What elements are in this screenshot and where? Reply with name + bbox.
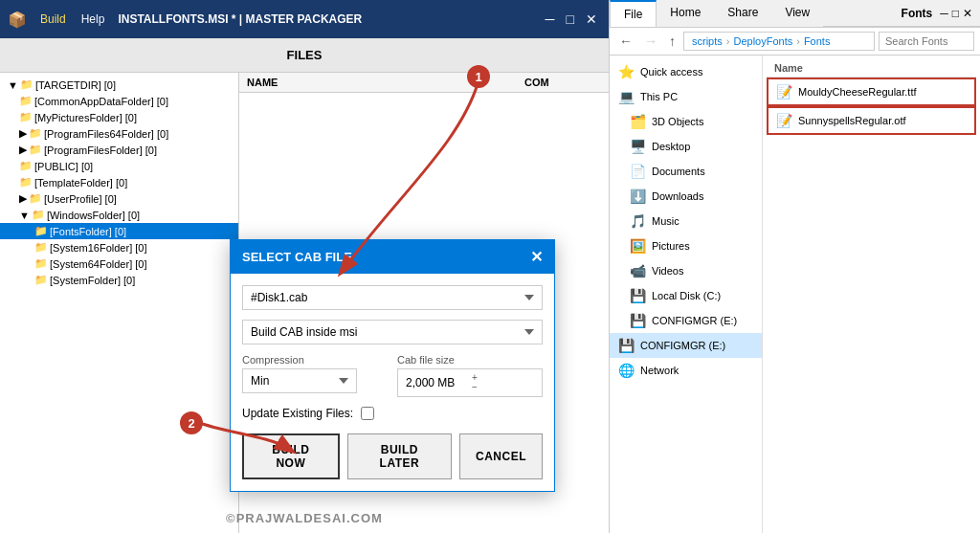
tree-item-public[interactable]: 📁 [PUBLIC] [0] (0, 158, 238, 174)
folder-icon: 📁 (19, 160, 33, 172)
tab-file[interactable]: File (610, 0, 657, 27)
compression-select[interactable]: MinLowMediumHighMax (242, 368, 357, 393)
app-icon: 📦 (8, 11, 27, 29)
expand-icon: ▶ (19, 144, 27, 156)
breadcrumb-scripts: scripts (692, 35, 723, 47)
compression-cabsize-row: Compression MinLowMediumHighMax Cab file… (242, 354, 543, 397)
search-input[interactable] (879, 32, 974, 51)
update-existing-checkbox[interactable] (361, 407, 374, 420)
tree-item-fonts[interactable]: 📁 [FontsFolder] [0] (0, 223, 238, 239)
file-item-sunnyspells[interactable]: 📝 SunnyspellsRegular.otf (767, 106, 976, 135)
cab-size-down[interactable]: − (472, 383, 478, 392)
sidebar-item-network[interactable]: 🌐 Network (610, 358, 762, 383)
folder-icon: 📁 (19, 111, 33, 123)
folder-icon: 📁 (34, 241, 48, 254)
dialog-body: #Disk1.cab#Disk2.cab#Disk3.cab Build CAB… (231, 274, 554, 491)
folder-icon: 📁 (19, 176, 33, 189)
close-btn[interactable]: ✕ (582, 11, 601, 27)
sidebar-label-pictures: Pictures (652, 240, 690, 252)
sidebar-item-local-disk[interactable]: 💾 Local Disk (C:) (610, 283, 762, 308)
build-option-select[interactable]: Build CAB inside msiBuild CAB outside ms… (242, 320, 543, 344)
tab-view[interactable]: View (771, 0, 823, 27)
cab-size-input[interactable]: 2,000 MB (406, 376, 468, 389)
badge-2: 2 (180, 411, 203, 434)
window-controls: ─ □ ✕ (542, 11, 601, 27)
sidebar-label-network: Network (640, 365, 679, 376)
sidebar-label-music: Music (652, 215, 679, 227)
tree-item-userprofile[interactable]: ▶ 📁 [UserProfile] [0] (0, 190, 238, 207)
folder-icon: 📁 (29, 192, 42, 205)
separator-1: › (726, 35, 730, 47)
tab-share[interactable]: Share (714, 0, 771, 27)
sidebar-label-documents: Documents (652, 166, 705, 177)
configmgr-e-icon: 💾 (629, 313, 646, 328)
dialog-close-button[interactable]: ✕ (530, 248, 543, 266)
build-now-button[interactable]: BUILD NOW (242, 433, 340, 479)
cab-size-field: Cab file size 2,000 MB + − (397, 354, 543, 397)
separator-2: › (796, 35, 800, 47)
maximize-btn[interactable]: □ (563, 11, 578, 27)
folder-icon: 📁 (19, 95, 33, 107)
folder-icon: 📁 (29, 127, 42, 140)
sidebar-item-label-this-pc: This PC (640, 91, 678, 102)
sidebar-item-documents[interactable]: 📄 Documents (610, 159, 762, 184)
tree-item-windows[interactable]: ▼ 📁 [WindowsFolder] [0] (0, 207, 238, 223)
sidebar-item-quick-access[interactable]: ⭐ Quick access (610, 59, 762, 84)
tree-item-systemfolder[interactable]: 📁 [SystemFolder] [0] (0, 272, 238, 288)
sidebar-item-3d-objects[interactable]: 🗂️ 3D Objects (610, 109, 762, 134)
downloads-icon: ⬇️ (629, 189, 646, 204)
explorer-maximize[interactable]: □ (952, 7, 959, 20)
file-explorer-panel: File Home Share View Fonts ─ □ ✕ ← → ↑ s… (610, 0, 980, 533)
compression-field: Compression MinLowMediumHighMax (242, 354, 388, 397)
tree-item-system16[interactable]: 📁 [System16Folder] [0] (0, 239, 238, 255)
sidebar-label-downloads: Downloads (652, 190, 703, 202)
cab-size-label: Cab file size (397, 354, 543, 366)
sidebar-item-downloads[interactable]: ⬇️ Downloads (610, 184, 762, 209)
local-disk-icon: 💾 (629, 288, 646, 303)
menu-build[interactable]: Build (34, 11, 72, 28)
col-com-header: COM (524, 77, 601, 88)
tree-item-targetdir[interactable]: ▼ 📁 [TARGETDIR] [0] (0, 77, 238, 93)
tab-home[interactable]: Home (657, 0, 714, 27)
explorer-close[interactable]: ✕ (963, 7, 972, 20)
folder-tree: ▼ 📁 [TARGETDIR] [0] 📁 [CommonAppDataFold… (0, 73, 239, 533)
explorer-files-area: Name 📝 MouldyCheeseRegular.ttf 📝 Sunnysp… (763, 56, 980, 533)
file-item-mouldy[interactable]: 📝 MouldyCheeseRegular.ttf (767, 78, 976, 106)
tree-item-template[interactable]: 📁 [TemplateFolder] [0] (0, 174, 238, 190)
nav-up[interactable]: ↑ (665, 32, 679, 51)
files-table-header: NAME COM (239, 73, 609, 93)
sidebar-item-videos[interactable]: 📹 Videos (610, 258, 762, 283)
network-icon: 🌐 (617, 363, 635, 378)
file-list-column-name: Name (767, 59, 976, 78)
dialog-buttons: BUILD NOW BUILD LATER CANCEL (242, 433, 543, 479)
quick-access-icon: ⭐ (617, 64, 635, 79)
minimize-btn[interactable]: ─ (542, 11, 559, 27)
cancel-button[interactable]: CANCEL (459, 433, 543, 479)
explorer-address-bar: ← → ↑ scripts › DeployFonts › Fonts (610, 28, 980, 56)
sidebar-item-this-pc[interactable]: 💻 This PC (610, 84, 762, 109)
nav-back[interactable]: ← (615, 32, 636, 51)
expand-icon: ▶ (19, 127, 27, 140)
explorer-minimize[interactable]: ─ (940, 7, 948, 20)
desktop-icon: 🖥️ (629, 139, 646, 154)
tree-item-commonapp[interactable]: 📁 [CommonAppDataFolder] [0] (0, 93, 238, 109)
sidebar-item-desktop[interactable]: 🖥️ Desktop (610, 134, 762, 159)
documents-icon: 📄 (629, 164, 646, 179)
sidebar-item-configmgr-e[interactable]: 💾 CONFIGMGR (E:) (610, 308, 762, 333)
tree-item-system64[interactable]: 📁 [System64Folder] [0] (0, 255, 238, 272)
tree-item-mypictures[interactable]: 📁 [MyPicturesFolder] [0] (0, 109, 238, 125)
sidebar-item-pictures[interactable]: 🖼️ Pictures (610, 233, 762, 258)
address-path-bar[interactable]: scripts › DeployFonts › Fonts (683, 32, 875, 51)
explorer-title: Fonts (902, 7, 933, 20)
sidebar-item-music[interactable]: 🎵 Music (610, 209, 762, 233)
folder-icon: 📁 (20, 78, 33, 91)
sidebar-item-configmgr-selected[interactable]: 💾 CONFIGMGR (E:) (610, 333, 762, 358)
tree-item-programfiles64[interactable]: ▶ 📁 [ProgramFiles64Folder] [0] (0, 125, 238, 142)
tree-item-programfiles[interactable]: ▶ 📁 [ProgramFilesFolder] [0] (0, 142, 238, 158)
menu-help[interactable]: Help (76, 11, 111, 28)
expand-icon: ▶ (19, 192, 27, 205)
nav-forward[interactable]: → (640, 32, 661, 51)
dialog-title-bar: SELECT CAB FILE ✕ (231, 240, 554, 274)
build-later-button[interactable]: BUILD LATER (347, 433, 452, 479)
cab-file-select[interactable]: #Disk1.cab#Disk2.cab#Disk3.cab (242, 285, 543, 310)
